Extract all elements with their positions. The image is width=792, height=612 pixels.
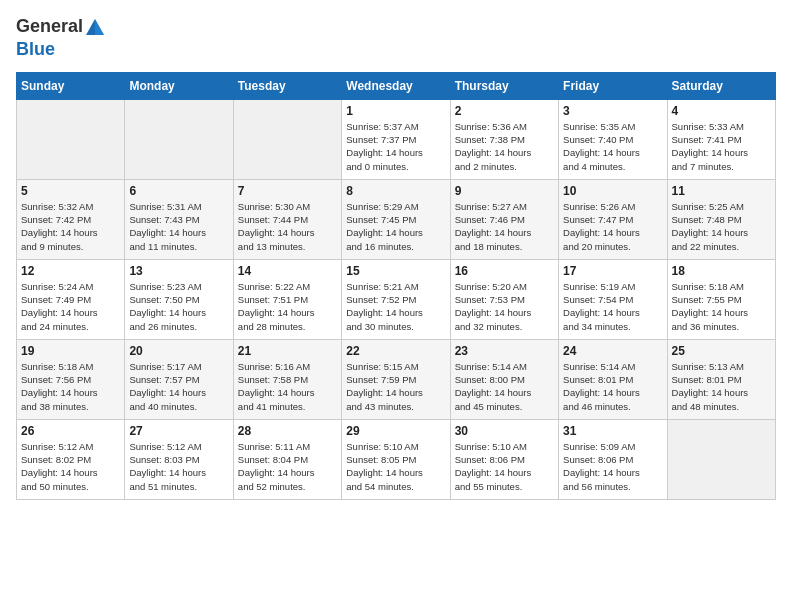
calendar-cell: 14Sunrise: 5:22 AM Sunset: 7:51 PM Dayli… [233,259,341,339]
day-info: Sunrise: 5:10 AM Sunset: 8:06 PM Dayligh… [455,440,554,493]
day-info: Sunrise: 5:24 AM Sunset: 7:49 PM Dayligh… [21,280,120,333]
calendar-week-row: 19Sunrise: 5:18 AM Sunset: 7:56 PM Dayli… [17,339,776,419]
calendar-cell: 20Sunrise: 5:17 AM Sunset: 7:57 PM Dayli… [125,339,233,419]
day-info: Sunrise: 5:14 AM Sunset: 8:00 PM Dayligh… [455,360,554,413]
day-number: 4 [672,104,771,118]
calendar-cell: 26Sunrise: 5:12 AM Sunset: 8:02 PM Dayli… [17,419,125,499]
calendar-cell: 8Sunrise: 5:29 AM Sunset: 7:45 PM Daylig… [342,179,450,259]
calendar-cell: 30Sunrise: 5:10 AM Sunset: 8:06 PM Dayli… [450,419,558,499]
day-number: 17 [563,264,662,278]
day-info: Sunrise: 5:14 AM Sunset: 8:01 PM Dayligh… [563,360,662,413]
day-number: 22 [346,344,445,358]
day-info: Sunrise: 5:12 AM Sunset: 8:03 PM Dayligh… [129,440,228,493]
day-number: 3 [563,104,662,118]
calendar-cell [667,419,775,499]
day-number: 15 [346,264,445,278]
day-number: 12 [21,264,120,278]
calendar-cell: 29Sunrise: 5:10 AM Sunset: 8:05 PM Dayli… [342,419,450,499]
day-info: Sunrise: 5:10 AM Sunset: 8:05 PM Dayligh… [346,440,445,493]
day-number: 25 [672,344,771,358]
calendar-cell: 28Sunrise: 5:11 AM Sunset: 8:04 PM Dayli… [233,419,341,499]
calendar-body: 1Sunrise: 5:37 AM Sunset: 7:37 PM Daylig… [17,99,776,499]
day-info: Sunrise: 5:26 AM Sunset: 7:47 PM Dayligh… [563,200,662,253]
day-info: Sunrise: 5:12 AM Sunset: 8:02 PM Dayligh… [21,440,120,493]
calendar-cell: 2Sunrise: 5:36 AM Sunset: 7:38 PM Daylig… [450,99,558,179]
day-number: 14 [238,264,337,278]
day-info: Sunrise: 5:18 AM Sunset: 7:56 PM Dayligh… [21,360,120,413]
calendar-cell: 23Sunrise: 5:14 AM Sunset: 8:00 PM Dayli… [450,339,558,419]
weekday-header: Saturday [667,72,775,99]
calendar-cell: 3Sunrise: 5:35 AM Sunset: 7:40 PM Daylig… [559,99,667,179]
day-number: 21 [238,344,337,358]
day-info: Sunrise: 5:27 AM Sunset: 7:46 PM Dayligh… [455,200,554,253]
logo-blue: Blue [16,39,55,59]
calendar-week-row: 5Sunrise: 5:32 AM Sunset: 7:42 PM Daylig… [17,179,776,259]
calendar-cell: 4Sunrise: 5:33 AM Sunset: 7:41 PM Daylig… [667,99,775,179]
calendar-cell: 19Sunrise: 5:18 AM Sunset: 7:56 PM Dayli… [17,339,125,419]
calendar-cell: 25Sunrise: 5:13 AM Sunset: 8:01 PM Dayli… [667,339,775,419]
weekday-header: Wednesday [342,72,450,99]
day-info: Sunrise: 5:32 AM Sunset: 7:42 PM Dayligh… [21,200,120,253]
day-info: Sunrise: 5:36 AM Sunset: 7:38 PM Dayligh… [455,120,554,173]
day-number: 11 [672,184,771,198]
day-info: Sunrise: 5:09 AM Sunset: 8:06 PM Dayligh… [563,440,662,493]
weekday-header: Tuesday [233,72,341,99]
day-number: 20 [129,344,228,358]
day-number: 13 [129,264,228,278]
day-number: 18 [672,264,771,278]
calendar-week-row: 26Sunrise: 5:12 AM Sunset: 8:02 PM Dayli… [17,419,776,499]
day-number: 16 [455,264,554,278]
day-info: Sunrise: 5:20 AM Sunset: 7:53 PM Dayligh… [455,280,554,333]
calendar-cell: 11Sunrise: 5:25 AM Sunset: 7:48 PM Dayli… [667,179,775,259]
day-number: 28 [238,424,337,438]
day-info: Sunrise: 5:17 AM Sunset: 7:57 PM Dayligh… [129,360,228,413]
calendar-cell: 12Sunrise: 5:24 AM Sunset: 7:49 PM Dayli… [17,259,125,339]
calendar-cell [233,99,341,179]
day-info: Sunrise: 5:23 AM Sunset: 7:50 PM Dayligh… [129,280,228,333]
day-number: 1 [346,104,445,118]
logo-icon [84,17,106,39]
day-number: 23 [455,344,554,358]
calendar-cell [17,99,125,179]
calendar-cell: 15Sunrise: 5:21 AM Sunset: 7:52 PM Dayli… [342,259,450,339]
day-info: Sunrise: 5:16 AM Sunset: 7:58 PM Dayligh… [238,360,337,413]
day-number: 10 [563,184,662,198]
day-number: 9 [455,184,554,198]
day-info: Sunrise: 5:13 AM Sunset: 8:01 PM Dayligh… [672,360,771,413]
day-number: 30 [455,424,554,438]
day-info: Sunrise: 5:11 AM Sunset: 8:04 PM Dayligh… [238,440,337,493]
calendar-week-row: 1Sunrise: 5:37 AM Sunset: 7:37 PM Daylig… [17,99,776,179]
svg-marker-1 [95,19,104,35]
calendar-cell: 22Sunrise: 5:15 AM Sunset: 7:59 PM Dayli… [342,339,450,419]
day-info: Sunrise: 5:30 AM Sunset: 7:44 PM Dayligh… [238,200,337,253]
logo: General Blue [16,16,107,60]
calendar-table: SundayMondayTuesdayWednesdayThursdayFrid… [16,72,776,500]
day-info: Sunrise: 5:22 AM Sunset: 7:51 PM Dayligh… [238,280,337,333]
calendar-cell: 5Sunrise: 5:32 AM Sunset: 7:42 PM Daylig… [17,179,125,259]
calendar-cell: 31Sunrise: 5:09 AM Sunset: 8:06 PM Dayli… [559,419,667,499]
calendar-cell: 17Sunrise: 5:19 AM Sunset: 7:54 PM Dayli… [559,259,667,339]
day-info: Sunrise: 5:15 AM Sunset: 7:59 PM Dayligh… [346,360,445,413]
calendar-cell: 21Sunrise: 5:16 AM Sunset: 7:58 PM Dayli… [233,339,341,419]
weekday-header: Sunday [17,72,125,99]
calendar-cell: 7Sunrise: 5:30 AM Sunset: 7:44 PM Daylig… [233,179,341,259]
day-number: 24 [563,344,662,358]
calendar-header: SundayMondayTuesdayWednesdayThursdayFrid… [17,72,776,99]
calendar-cell: 27Sunrise: 5:12 AM Sunset: 8:03 PM Dayli… [125,419,233,499]
weekday-header: Monday [125,72,233,99]
calendar-cell [125,99,233,179]
calendar-cell: 24Sunrise: 5:14 AM Sunset: 8:01 PM Dayli… [559,339,667,419]
day-number: 26 [21,424,120,438]
day-number: 6 [129,184,228,198]
day-info: Sunrise: 5:18 AM Sunset: 7:55 PM Dayligh… [672,280,771,333]
day-number: 7 [238,184,337,198]
logo-general: General [16,16,83,36]
day-number: 31 [563,424,662,438]
calendar-cell: 6Sunrise: 5:31 AM Sunset: 7:43 PM Daylig… [125,179,233,259]
weekday-header: Thursday [450,72,558,99]
day-number: 27 [129,424,228,438]
day-info: Sunrise: 5:25 AM Sunset: 7:48 PM Dayligh… [672,200,771,253]
day-number: 8 [346,184,445,198]
day-number: 2 [455,104,554,118]
day-info: Sunrise: 5:31 AM Sunset: 7:43 PM Dayligh… [129,200,228,253]
